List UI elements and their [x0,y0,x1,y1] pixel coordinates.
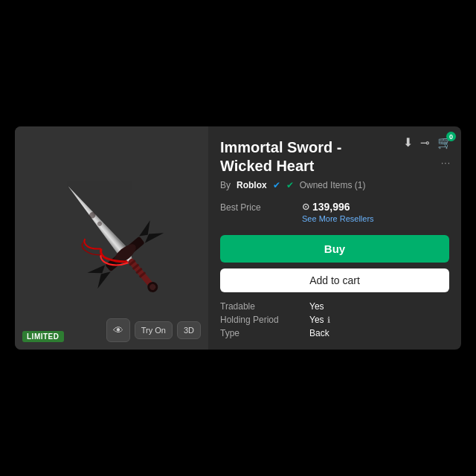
top-action-icons: ⬇ ⊸ 🛒 0 [403,135,452,149]
share-button[interactable]: ⊸ [420,136,430,149]
robux-icon: ⊙ [302,202,309,212]
price-label: Best Price [220,201,302,213]
page-background: LIMITED 👁 Try On 3D ⬇ ⊸ 🛒 [0,0,476,476]
by-label: By [220,180,231,190]
verified-icon: ✔ [273,180,280,190]
cart-badge: 0 [446,132,456,141]
limited-badge: LIMITED [22,331,64,342]
eye-icon: 👁 [113,324,123,336]
eye-button[interactable]: 👁 [106,318,130,342]
holding-period-value: Yes ℹ [309,315,449,325]
tradable-value: Yes [309,301,449,312]
cart-button[interactable]: 🛒 0 [437,135,452,149]
more-options-button[interactable]: ··· [441,158,451,168]
see-resellers-link[interactable]: See More Resellers [302,214,374,223]
item-image-panel: LIMITED 👁 Try On 3D [15,126,208,350]
share-icon: ⊸ [420,136,430,149]
item-image [30,156,193,320]
add-to-cart-button[interactable]: Add to cart [220,268,449,292]
item-meta-row: By Roblox ✔ ✔ Owned Items (1) [220,180,449,190]
type-label: Type [220,328,309,338]
try-on-button[interactable]: Try On [135,321,173,339]
price-amount: ⊙ 139,996 [302,201,374,213]
price-number: 139,996 [312,201,350,213]
download-icon: ⬇ [403,136,413,149]
price-row: Best Price ⊙ 139,996 See More Resellers [220,201,449,223]
sword-illustration [37,164,186,312]
svg-rect-9 [127,258,153,288]
holding-period-info-icon[interactable]: ℹ [327,315,330,325]
bottom-controls: 👁 Try On 3D [106,318,201,342]
creator-name[interactable]: Roblox [237,180,267,190]
item-card: LIMITED 👁 Try On 3D ⬇ ⊸ 🛒 [15,126,461,350]
owned-label: Owned Items (1) [300,180,366,190]
holding-period-text: Yes [309,315,324,325]
type-value: Back [309,328,449,338]
details-grid: Tradable Yes Holding Period Yes ℹ Type B… [220,301,449,338]
three-d-button[interactable]: 3D [177,321,201,339]
price-value-block: ⊙ 139,996 See More Resellers [302,201,374,223]
download-button[interactable]: ⬇ [403,135,413,149]
holding-period-label: Holding Period [220,315,309,325]
buy-button[interactable]: Buy [220,235,449,263]
owned-check-icon: ✔ [286,180,294,190]
tradable-label: Tradable [220,301,309,312]
item-details-panel: ⬇ ⊸ 🛒 0 ··· Immortal Sword - Wicked Hear… [208,126,461,350]
